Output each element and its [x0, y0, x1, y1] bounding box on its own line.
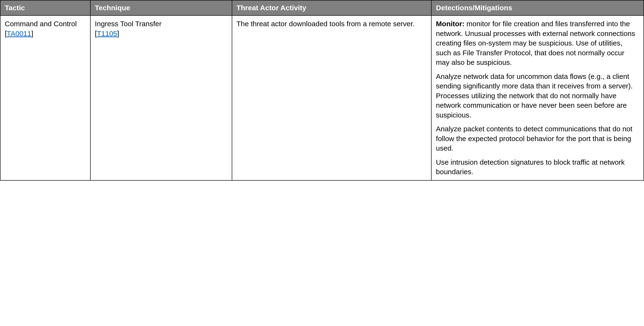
table-header-row: Tactic Technique Threat Actor Activity D… [0, 0, 644, 15]
monitor-label: Monitor: [436, 20, 464, 28]
detections-p3: Analyze packet contents to detect commun… [436, 124, 639, 153]
header-technique: Technique [90, 0, 232, 15]
table-row: Command and Control [TA0011] Ingress Too… [0, 15, 644, 180]
tactic-name: Command and Control [5, 20, 77, 28]
mitre-attack-table: Tactic Technique Threat Actor Activity D… [0, 0, 644, 181]
header-activity: Threat Actor Activity [232, 0, 432, 15]
header-tactic: Tactic [0, 0, 90, 15]
detections-p1-rest: monitor for file creation and files tran… [436, 20, 635, 66]
detections-p1: Monitor: monitor for file creation and f… [436, 19, 639, 67]
tactic-link[interactable]: TA0011 [7, 29, 31, 37]
cell-technique: Ingress Tool Transfer [T1105] [90, 15, 232, 180]
detections-p4: Use intrusion detection signatures to bl… [436, 158, 639, 177]
activity-text: The threat actor downloaded tools from a… [236, 19, 427, 29]
technique-name: Ingress Tool Transfer [95, 20, 162, 28]
header-detections: Detections/Mitigations [431, 0, 644, 15]
technique-link[interactable]: T1105 [97, 29, 117, 37]
cell-tactic: Command and Control [TA0011] [0, 15, 90, 180]
detections-p2: Analyze network data for uncommon data f… [436, 72, 639, 120]
cell-activity: The threat actor downloaded tools from a… [232, 15, 432, 180]
cell-detections: Monitor: monitor for file creation and f… [431, 15, 644, 180]
